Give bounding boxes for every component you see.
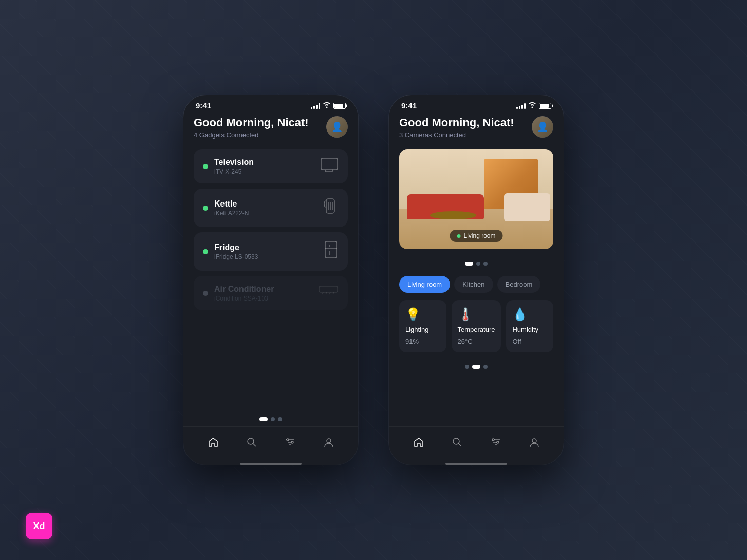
avatar-2[interactable]: 👤 (532, 116, 553, 138)
status-icons-2 (516, 102, 551, 109)
device-status-dot-kettle (203, 206, 208, 211)
temperature-icon: 🌡️ (458, 307, 495, 322)
camera-label: Living room (450, 230, 502, 242)
nav-filters-2[interactable] (485, 432, 506, 453)
device-left-ac: Air Conditioner iCondition SSA-103 (203, 285, 274, 302)
camera-dot-1 (465, 262, 473, 266)
device-info-fridge: Fridge iFridge LS-0533 (214, 243, 258, 260)
device-info-kettle: Kettle iKett A222-N (214, 199, 249, 217)
device-status-dot-fridge (203, 249, 208, 254)
device-model-kettle: iKett A222-N (214, 210, 249, 217)
subtitle-2: 3 Cameras Connected (399, 131, 514, 139)
phones-container: 9:41 (183, 95, 564, 465)
bottom-nav-1 (183, 426, 358, 461)
device-left-tv: Television iTV X-245 (203, 158, 254, 175)
status-bar-1: 9:41 (183, 95, 358, 112)
camera-section: Living room (399, 149, 553, 249)
battery-icon-2 (539, 103, 551, 109)
page-dot-1-2 (465, 365, 469, 369)
device-item-kettle[interactable]: Kettle iKett A222-N (194, 189, 348, 227)
page-dots-1 (194, 412, 348, 426)
nav-profile-2[interactable] (524, 432, 545, 453)
header-2: Good Morning, Nicat! 3 Cameras Connected… (399, 116, 553, 139)
xd-badge: Xd (26, 513, 52, 539)
avatar-1[interactable]: 👤 (326, 116, 348, 138)
svg-point-31 (497, 441, 499, 443)
nav-profile-1[interactable] (319, 432, 339, 453)
temperature-name: Temperature (458, 326, 495, 333)
sensor-card-humidity[interactable]: 💧 Humidity Off (506, 300, 553, 352)
ac-icon (318, 284, 339, 302)
device-model-tv: iTV X-245 (214, 168, 254, 175)
svg-point-32 (532, 439, 536, 443)
fridge-icon (323, 240, 339, 263)
status-bar-2: 9:41 (389, 95, 564, 112)
status-icons-1 (311, 102, 346, 109)
tab-living-room[interactable]: Living room (399, 276, 450, 293)
phone-2: 9:41 (389, 95, 564, 465)
lighting-icon: 💡 (405, 307, 440, 322)
device-info-tv: Television iTV X-245 (214, 158, 254, 175)
signal-icon-1 (311, 103, 320, 109)
kettle-icon (322, 197, 339, 219)
wifi-icon-2 (528, 102, 536, 109)
nav-search-2[interactable] (447, 432, 468, 453)
camera-room-name: Living room (463, 232, 495, 239)
device-name-fridge: Fridge (214, 243, 258, 252)
device-item-ac[interactable]: Air Conditioner iCondition SSA-103 (194, 276, 348, 310)
phone-1: 9:41 (183, 95, 358, 465)
header-text-2: Good Morning, Nicat! 3 Cameras Connected (399, 116, 514, 139)
device-left-kettle: Kettle iKett A222-N (203, 199, 249, 217)
nav-home-1[interactable] (203, 432, 223, 453)
room-tabs: Living room Kitchen Bedroom (399, 276, 553, 293)
device-model-fridge: iFridge LS-0533 (214, 253, 258, 260)
wifi-icon-1 (323, 102, 331, 109)
tab-bedroom[interactable]: Bedroom (497, 276, 541, 293)
home-indicator-2 (445, 463, 507, 465)
header-1: Good Morning, Nicat! 4 Gadgets Connected… (194, 116, 348, 139)
nav-home-2[interactable] (408, 432, 429, 453)
humidity-icon: 💧 (512, 307, 547, 322)
nav-filters-1[interactable] (280, 432, 301, 453)
status-time-1: 9:41 (196, 101, 211, 110)
device-list: Television iTV X-245 (194, 149, 348, 412)
svg-point-25 (453, 438, 459, 444)
subtitle-1: 4 Gadgets Connected (194, 131, 309, 139)
sensor-card-lighting[interactable]: 💡 Lighting 91% (399, 300, 446, 352)
page-dot-2-1 (271, 417, 275, 421)
device-status-dot-ac (203, 291, 208, 296)
svg-line-18 (253, 444, 256, 447)
tab-kitchen[interactable]: Kitchen (454, 276, 493, 293)
device-name-kettle: Kettle (214, 199, 249, 209)
camera-active-dot (457, 234, 460, 238)
battery-icon-1 (333, 103, 346, 109)
phone-1-content: Good Morning, Nicat! 4 Gadgets Connected… (183, 112, 358, 426)
camera-dot-3 (483, 262, 488, 266)
svg-rect-12 (319, 286, 338, 292)
page-dot-active-1 (259, 417, 268, 421)
xd-label: Xd (33, 521, 45, 532)
svg-point-24 (327, 439, 331, 443)
status-time-2: 9:41 (401, 101, 417, 110)
device-item-fridge[interactable]: Fridge iFridge LS-0533 (194, 232, 348, 271)
nav-search-1[interactable] (241, 432, 262, 453)
device-item-television[interactable]: Television iTV X-245 (194, 149, 348, 183)
header-text-1: Good Morning, Nicat! 4 Gadgets Connected (194, 116, 309, 139)
svg-rect-0 (321, 158, 338, 170)
camera-dots (399, 256, 553, 271)
sensor-card-temperature[interactable]: 🌡️ Temperature 26°C (452, 300, 501, 352)
phone-2-content: Good Morning, Nicat! 3 Cameras Connected… (389, 112, 564, 426)
avatar-face-2: 👤 (532, 116, 553, 138)
page-dots-2 (399, 360, 553, 374)
svg-point-30 (492, 439, 494, 441)
lighting-value: 91% (405, 338, 440, 345)
room-sofa-light (504, 193, 550, 221)
device-status-dot-tv (203, 164, 208, 169)
svg-point-17 (248, 438, 254, 444)
humidity-name: Humidity (512, 326, 547, 333)
page-dot-3-2 (483, 365, 488, 369)
bottom-nav-2 (389, 426, 564, 461)
device-left-fridge: Fridge iFridge LS-0533 (203, 243, 258, 260)
device-info-ac: Air Conditioner iCondition SSA-103 (214, 285, 274, 302)
avatar-face-1: 👤 (326, 116, 348, 138)
